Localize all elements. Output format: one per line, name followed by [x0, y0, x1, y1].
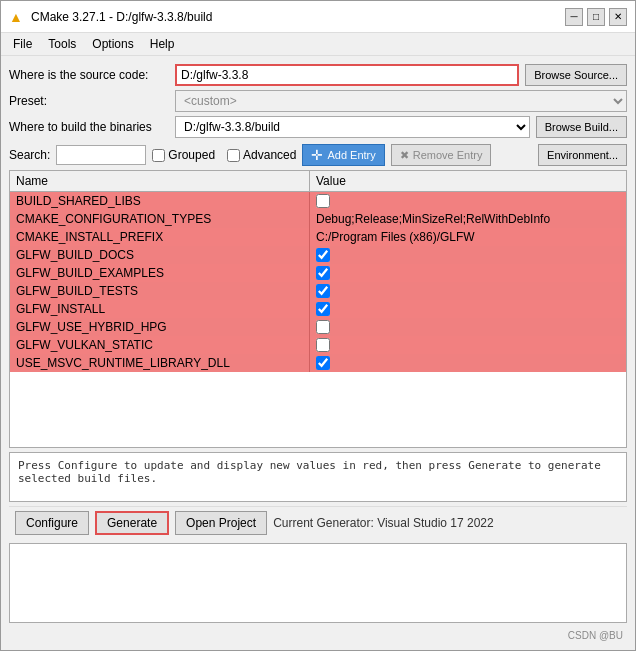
source-label: Where is the source code:: [9, 68, 169, 82]
table-row[interactable]: BUILD_SHARED_LIBS: [10, 192, 626, 210]
cell-value: [310, 282, 626, 300]
content-area: Where is the source code: Browse Source.…: [1, 56, 635, 650]
cell-name: CMAKE_INSTALL_PREFIX: [10, 228, 310, 246]
row-checkbox[interactable]: [316, 266, 330, 280]
preset-select[interactable]: <custom>: [175, 90, 627, 112]
menu-tools[interactable]: Tools: [40, 35, 84, 53]
row-checkbox[interactable]: [316, 320, 330, 334]
window-controls: ─ □ ✕: [565, 8, 627, 26]
table-row[interactable]: CMAKE_CONFIGURATION_TYPES Debug;Release;…: [10, 210, 626, 228]
build-select[interactable]: D:/glfw-3.3.8/build: [175, 116, 530, 138]
environment-button[interactable]: Environment...: [538, 144, 627, 166]
search-label: Search:: [9, 148, 50, 162]
grouped-label: Grouped: [168, 148, 215, 162]
cell-name: GLFW_BUILD_TESTS: [10, 282, 310, 300]
row-checkbox[interactable]: [316, 302, 330, 316]
cell-value: [310, 264, 626, 282]
status-bar: Press Configure to update and display ne…: [9, 452, 627, 502]
watermark: CSDN @BU: [9, 629, 627, 642]
cell-name: GLFW_BUILD_DOCS: [10, 246, 310, 264]
checkbox-group: Grouped Advanced: [152, 148, 296, 162]
table-row[interactable]: GLFW_BUILD_DOCS: [10, 246, 626, 264]
row-checkbox[interactable]: [316, 194, 330, 208]
add-icon: ✛: [311, 147, 323, 163]
build-label: Where to build the binaries: [9, 120, 169, 134]
source-input[interactable]: [175, 64, 519, 86]
table-row[interactable]: USE_MSVC_RUNTIME_LIBRARY_DLL: [10, 354, 626, 372]
cell-name: GLFW_BUILD_EXAMPLES: [10, 264, 310, 282]
advanced-label: Advanced: [243, 148, 296, 162]
table-body: BUILD_SHARED_LIBS CMAKE_CONFIGURATION_TY…: [10, 192, 626, 447]
cell-name: USE_MSVC_RUNTIME_LIBRARY_DLL: [10, 354, 310, 372]
source-row: Where is the source code: Browse Source.…: [9, 64, 627, 86]
table-header: Name Value: [10, 171, 626, 192]
grouped-checkbox[interactable]: [152, 149, 165, 162]
open-project-button[interactable]: Open Project: [175, 511, 267, 535]
cell-name: GLFW_INSTALL: [10, 300, 310, 318]
menu-file[interactable]: File: [5, 35, 40, 53]
preset-label: Preset:: [9, 94, 169, 108]
menu-help[interactable]: Help: [142, 35, 183, 53]
table-row[interactable]: CMAKE_INSTALL_PREFIX C:/Program Files (x…: [10, 228, 626, 246]
cell-value: C:/Program Files (x86)/GLFW: [310, 228, 626, 246]
main-window: ▲ CMake 3.27.1 - D:/glfw-3.3.8/build ─ □…: [0, 0, 636, 651]
entries-table: Name Value BUILD_SHARED_LIBS CMAKE_CONFI…: [9, 170, 627, 448]
row-checkbox[interactable]: [316, 248, 330, 262]
cell-value: [310, 192, 626, 210]
advanced-checkbox[interactable]: [227, 149, 240, 162]
table-row[interactable]: GLFW_INSTALL: [10, 300, 626, 318]
table-row[interactable]: GLFW_USE_HYBRID_HPG: [10, 318, 626, 336]
col-value-header: Value: [310, 171, 626, 191]
row-checkbox[interactable]: [316, 284, 330, 298]
add-entry-button[interactable]: ✛ Add Entry: [302, 144, 384, 166]
cell-name: CMAKE_CONFIGURATION_TYPES: [10, 210, 310, 228]
browse-source-button[interactable]: Browse Source...: [525, 64, 627, 86]
row-checkbox[interactable]: [316, 338, 330, 352]
generate-button[interactable]: Generate: [95, 511, 169, 535]
build-row: Where to build the binaries D:/glfw-3.3.…: [9, 116, 627, 138]
cell-value: [310, 354, 626, 372]
status-message: Press Configure to update and display ne…: [18, 459, 601, 485]
generator-text: Current Generator: Visual Studio 17 2022: [273, 516, 494, 530]
output-area: [9, 543, 627, 623]
search-input[interactable]: [56, 145, 146, 165]
title-bar: ▲ CMake 3.27.1 - D:/glfw-3.3.8/build ─ □…: [1, 1, 635, 33]
col-name-header: Name: [10, 171, 310, 191]
table-row[interactable]: GLFW_VULKAN_STATIC: [10, 336, 626, 354]
remove-icon: ✖: [400, 149, 409, 162]
menu-options[interactable]: Options: [84, 35, 141, 53]
minimize-button[interactable]: ─: [565, 8, 583, 26]
cell-value: [310, 318, 626, 336]
cell-value: [310, 300, 626, 318]
maximize-button[interactable]: □: [587, 8, 605, 26]
grouped-checkbox-label[interactable]: Grouped: [152, 148, 215, 162]
table-row[interactable]: GLFW_BUILD_EXAMPLES: [10, 264, 626, 282]
close-button[interactable]: ✕: [609, 8, 627, 26]
preset-row: Preset: <custom>: [9, 90, 627, 112]
configure-button[interactable]: Configure: [15, 511, 89, 535]
toolbar-row: Search: Grouped Advanced ✛ Add Entry ✖ R…: [9, 144, 627, 166]
menu-bar: File Tools Options Help: [1, 33, 635, 56]
advanced-checkbox-label[interactable]: Advanced: [227, 148, 296, 162]
remove-entry-button[interactable]: ✖ Remove Entry: [391, 144, 492, 166]
table-row[interactable]: GLFW_BUILD_TESTS: [10, 282, 626, 300]
cell-value: [310, 246, 626, 264]
row-checkbox[interactable]: [316, 356, 330, 370]
browse-build-button[interactable]: Browse Build...: [536, 116, 627, 138]
window-title: CMake 3.27.1 - D:/glfw-3.3.8/build: [31, 10, 565, 24]
app-icon: ▲: [9, 9, 25, 25]
bottom-bar: Configure Generate Open Project Current …: [9, 506, 627, 539]
cell-value: Debug;Release;MinSizeRel;RelWithDebInfo: [310, 210, 626, 228]
cell-value: [310, 336, 626, 354]
remove-entry-label: Remove Entry: [413, 149, 483, 161]
cell-name: GLFW_USE_HYBRID_HPG: [10, 318, 310, 336]
cell-name: BUILD_SHARED_LIBS: [10, 192, 310, 210]
add-entry-label: Add Entry: [327, 149, 375, 161]
cell-name: GLFW_VULKAN_STATIC: [10, 336, 310, 354]
